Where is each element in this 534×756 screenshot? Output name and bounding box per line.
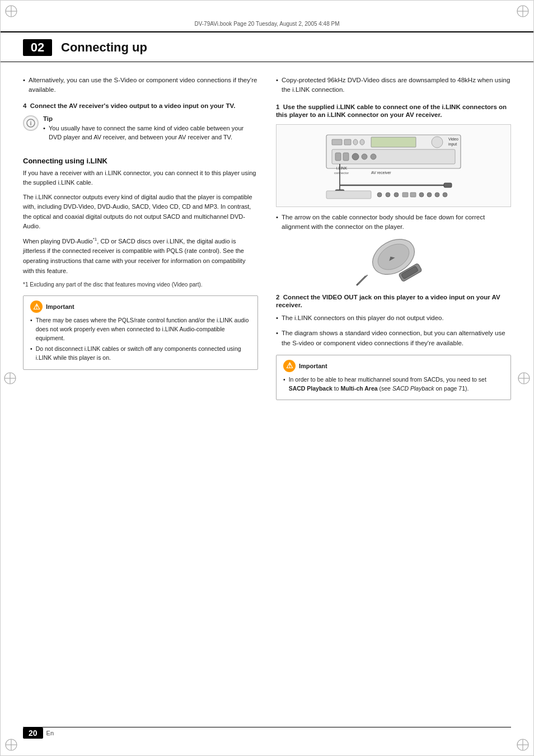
svg-point-52 [443, 192, 447, 197]
svg-rect-24 [360, 139, 364, 145]
important-text-2: Do not disconnect i.LINK cables or switc… [36, 345, 251, 363]
svg-text:connector: connector [334, 171, 349, 175]
reg-mark-bl [4, 738, 18, 752]
footnote: *1 Excluding any part of the disc that f… [23, 280, 258, 289]
page-number: 20 [23, 727, 43, 739]
svg-rect-23 [353, 139, 358, 145]
svg-rect-21 [332, 139, 342, 145]
tip-content-area: Tip • You usually have to connect the sa… [43, 115, 258, 148]
instruction1: 1 Use the supplied i.LINK cable to conne… [276, 103, 511, 119]
instruction2: 2 Connect the VIDEO OUT jack on this pla… [276, 293, 511, 309]
section-heading: Connecting using i.LINK [23, 157, 258, 165]
page-lang: En [46, 730, 54, 736]
cable-svg [349, 237, 438, 288]
svg-rect-22 [344, 139, 351, 145]
svg-rect-43 [326, 191, 371, 199]
svg-rect-41 [444, 183, 452, 187]
tip-box: i Tip • You usually have to connect the … [23, 115, 258, 148]
svg-point-26 [432, 137, 443, 148]
svg-text:input: input [448, 142, 457, 147]
reg-mark-tl [4, 4, 18, 18]
important-item-2: • Do not disconnect i.LINK cables or swi… [30, 345, 251, 363]
svg-rect-25 [371, 137, 416, 147]
reg-mark-tr [516, 4, 530, 18]
body3-pre: When playing DVD-Audio [23, 238, 93, 245]
svg-rect-47 [402, 192, 408, 197]
tip-bullet: • You usually have to connect the same k… [43, 124, 258, 142]
svg-point-32 [371, 154, 376, 159]
important-header-left: ⚠ Important [30, 300, 251, 313]
svg-text:i: i [30, 120, 31, 126]
chapter-title: Connecting up [61, 40, 147, 55]
right-bullet-r1-text: The i.LINK connectors on this player do … [282, 313, 444, 323]
svg-text:i.LINK: i.LINK [336, 166, 347, 170]
svg-point-44 [377, 192, 382, 197]
instruction4-text: Connect the AV receiver's video output t… [30, 102, 236, 109]
svg-point-31 [362, 154, 367, 159]
left-bullet1-text: Alternatively, you can use the S-Video o… [29, 76, 258, 95]
important-header-right: ⚠ Important [283, 360, 504, 372]
svg-point-49 [419, 192, 424, 197]
right-bullet-r2-text: The diagram shows a standard video conne… [282, 328, 511, 348]
svg-rect-29 [343, 153, 349, 161]
file-info-text: DV-79AVi.book Page 20 Tuesday, August 2,… [194, 21, 339, 27]
main-content: • Alternatively, you can use the S-Video… [1, 62, 533, 420]
svg-point-46 [394, 192, 399, 197]
svg-text:Video: Video [448, 137, 458, 141]
important-item-r1: • In order to be able to hear multichann… [283, 375, 504, 393]
chapter-header: 02 Connecting up [1, 32, 533, 62]
important-box-right: ⚠ Important • In order to be able to hea… [276, 355, 511, 401]
reg-mark-mr [517, 371, 531, 386]
cable-illustration [276, 237, 511, 288]
page-container: DV-79AVi.book Page 20 Tuesday, August 2,… [0, 0, 534, 756]
important-label-left: Important [46, 302, 74, 312]
instruction1-label: 1 [276, 104, 283, 110]
svg-point-30 [352, 153, 359, 160]
instruction4: 4 Connect the AV receiver's video output… [23, 102, 258, 110]
body-text-1: If you have a receiver with an i.LINK co… [23, 168, 258, 188]
tip-text: You usually have to connect the same kin… [49, 124, 258, 142]
file-info-bar: DV-79AVi.book Page 20 Tuesday, August 2,… [1, 1, 533, 32]
body-text-2: The i.LINK connector outputs every kind … [23, 192, 258, 232]
bottom-rule [23, 727, 511, 727]
tip-icon: i [23, 115, 39, 131]
left-bullet1: • Alternatively, you can use the S-Video… [23, 76, 258, 95]
svg-rect-28 [335, 153, 341, 161]
left-column: • Alternatively, you can use the S-Video… [23, 76, 258, 407]
reg-mark-ml [3, 371, 17, 386]
instruction2-text: Connect the VIDEO OUT jack on this playe… [276, 294, 500, 308]
instruction4-label: 4 [23, 102, 30, 109]
important-box-left: ⚠ Important • There may be cases where t… [23, 295, 258, 370]
important-icon-left: ⚠ [30, 300, 43, 313]
svg-point-51 [435, 192, 439, 197]
right-bullet-r1: • The i.LINK connectors on this player d… [276, 313, 511, 323]
svg-text:AV receiver: AV receiver [371, 171, 391, 175]
bullet-dot: • [23, 76, 25, 95]
right-bullet-r2: • The diagram shows a standard video con… [276, 328, 511, 348]
body-text-3: When playing DVD-Audio*1, CD or SACD dis… [23, 236, 258, 276]
important-label-right: Important [299, 361, 327, 371]
tip-icon-area: i [23, 115, 39, 131]
svg-rect-48 [410, 192, 416, 197]
important-text-r1: In order to be able to hear multichannel… [289, 375, 504, 393]
svg-point-45 [386, 192, 390, 197]
svg-point-50 [427, 192, 432, 197]
reg-mark-br [516, 738, 530, 752]
instruction2-label: 2 [276, 294, 283, 300]
arrow-note: • The arrow on the cable connector body … [276, 213, 511, 232]
right-bullet-copy-text: Copy-protected 96kHz DVD-Video discs are… [282, 76, 511, 95]
page-footer: 20 En [23, 727, 54, 739]
tip-label: Tip [43, 115, 258, 122]
right-column: • Copy-protected 96kHz DVD-Video discs a… [276, 76, 511, 407]
svg-rect-27 [332, 149, 455, 164]
arrow-note-text: The arrow on the cable connector body sh… [282, 213, 511, 232]
ilink-diagram-box: i.LINK connector AV receiver Video input [276, 124, 511, 207]
right-bullet-copy: • Copy-protected 96kHz DVD-Video discs a… [276, 76, 511, 95]
chapter-number: 02 [23, 39, 52, 56]
ilink-diagram-svg: i.LINK connector AV receiver Video input [315, 129, 472, 202]
important-text-1: There may be cases where the PQLS/rate c… [36, 316, 251, 342]
instruction1-text: Use the supplied i.LINK cable to connect… [276, 104, 507, 118]
important-item-1: • There may be cases where the PQLS/rate… [30, 316, 251, 342]
important-icon-right: ⚠ [283, 360, 296, 372]
